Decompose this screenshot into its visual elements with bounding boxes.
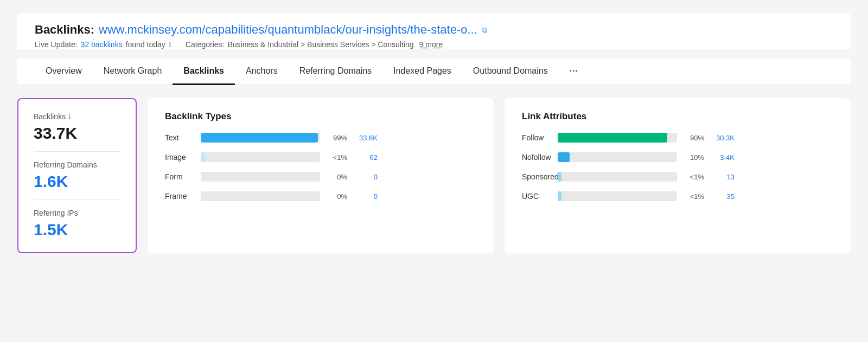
bar-row: Sponsored <1% 13 [522,172,833,182]
bar-count: 3.4K [712,153,735,162]
tab-network-graph[interactable]: Network Graph [93,59,173,85]
bar-row: Text 99% 33.6K [165,133,476,143]
bar-fill [558,172,561,182]
bar-row: Form 0% 0 [165,172,476,182]
bar-count: 0 [355,173,378,181]
link-attributes-card: Link Attributes Follow 90% 30.3K Nofollo… [505,98,851,253]
bar-pct: <1% [685,173,704,181]
backlink-types-rows: Text 99% 33.6K Image <1% 62 Form 0% [165,133,476,201]
bar-track [558,191,677,201]
bar-track [201,133,320,143]
bar-label: Sponsored [522,172,550,181]
backlinks-stat-label: Backlinks ℹ [34,112,120,121]
backlink-types-card: Backlink Types Text 99% 33.6K Image <1% … [148,98,494,253]
bar-fill [201,133,318,143]
tab-overview[interactable]: Overview [35,59,93,85]
subtitle-row: Live Update: 32 backlinks found today ℹ … [35,40,833,49]
bar-label: Follow [522,133,550,142]
page-title-bold: Backlinks: [35,23,94,37]
header-section: Backlinks: www.mckinsey.com/capabilities… [17,13,851,49]
bar-label: UGC [522,192,550,201]
bar-fill [558,191,561,201]
bar-pct: 99% [328,134,347,142]
tab-referring-domains[interactable]: Referring Domains [289,59,382,85]
tab-backlinks[interactable]: Backlinks [173,59,235,85]
bar-label: Nofollow [522,153,550,162]
bar-track [558,133,677,143]
backlinks-stat: Backlinks ℹ 33.7K [34,112,120,152]
referring-domains-stat-label: Referring Domains [34,160,120,169]
bar-pct: 10% [685,153,704,162]
bar-count: 62 [355,153,378,162]
bar-pct: 0% [328,173,347,181]
found-today-text: found today [126,40,165,49]
tab-outbound-domains[interactable]: Outbound Domains [462,59,559,85]
bar-pct: 90% [685,134,704,142]
bar-track [558,152,677,162]
bar-pct: 0% [328,192,347,201]
bar-pct: <1% [328,153,347,162]
categories-path: Business & Industrial > Business Service… [227,40,413,49]
bar-fill [558,133,667,143]
backlink-types-title: Backlink Types [165,111,476,122]
referring-domains-stat: Referring Domains 1.6K [34,152,120,200]
referring-ips-stat-label: Referring IPs [34,209,120,217]
referring-ips-stat-value: 1.5K [34,221,120,239]
nav-tabs: Overview Network Graph Backlinks Anchors… [17,59,851,85]
bar-pct: <1% [685,192,704,201]
page-title-url[interactable]: www.mckinsey.com/capabilities/quantumbla… [99,23,477,37]
categories-label: Categories: [186,40,225,49]
live-update-label: Live Update: [35,40,78,49]
bar-label: Form [165,172,193,181]
bar-track [201,152,320,162]
bar-row: Nofollow 10% 3.4K [522,152,833,162]
title-row: Backlinks: www.mckinsey.com/capabilities… [35,23,833,37]
external-link-icon[interactable]: ⧉ [482,25,487,35]
bar-track [558,172,677,182]
bar-count: 13 [712,173,735,181]
bar-label: Text [165,133,193,142]
link-attributes-title: Link Attributes [522,111,833,122]
bar-count: 33.6K [355,134,378,142]
bar-fill [558,152,570,162]
bar-row: UGC <1% 35 [522,191,833,201]
bar-row: Frame 0% 0 [165,191,476,201]
bar-count: 30.3K [712,134,735,142]
bar-row: Image <1% 62 [165,152,476,162]
content-area: Backlinks ℹ 33.7K Referring Domains 1.6K… [17,85,851,253]
bar-label: Frame [165,192,193,201]
link-attributes-rows: Follow 90% 30.3K Nofollow 10% 3.4K Spons… [522,133,833,201]
bar-row: Follow 90% 30.3K [522,133,833,143]
more-categories-link[interactable]: 9 more [419,40,443,49]
tab-anchors[interactable]: Anchors [235,59,289,85]
bar-count: 35 [712,192,735,201]
bar-count: 0 [355,192,378,201]
referring-domains-stat-value: 1.6K [34,172,120,191]
backlinks-info-icon[interactable]: ℹ [68,113,71,120]
referring-ips-stat: Referring IPs 1.5K [34,200,120,239]
stats-card: Backlinks ℹ 33.7K Referring Domains 1.6K… [17,98,137,253]
bar-fill [201,152,206,162]
backlinks-stat-value: 33.7K [34,124,120,143]
bar-track [201,191,320,201]
tab-indexed-pages[interactable]: Indexed Pages [382,59,462,85]
backlinks-count[interactable]: 32 backlinks [81,40,123,49]
info-icon[interactable]: ℹ [169,41,171,48]
tab-more[interactable]: ··· [559,59,589,85]
bar-track [201,172,320,182]
bar-label: Image [165,153,193,162]
